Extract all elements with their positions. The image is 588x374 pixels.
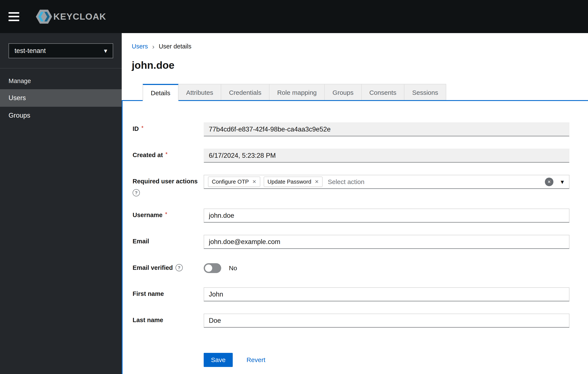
created-at-input[interactable]	[204, 149, 569, 163]
id-row: ID *	[133, 122, 569, 136]
form-actions: Save Revert	[204, 353, 569, 367]
id-input[interactable]	[204, 122, 569, 136]
chip-label: Configure OTP	[212, 178, 249, 185]
email-verified-label: Email verified	[133, 264, 173, 271]
brand-text: KEYCLOAK	[53, 11, 106, 22]
sidebar: test-tenant ▾ Manage Users Groups	[0, 33, 122, 374]
username-label: Username	[133, 212, 162, 218]
tab-credentials[interactable]: Credentials	[221, 84, 269, 101]
last-name-label: Last name	[133, 317, 163, 324]
created-at-label: Created at	[133, 152, 163, 159]
hamburger-bar	[9, 12, 19, 14]
app-body: test-tenant ▾ Manage Users Groups Users …	[0, 33, 588, 374]
details-panel: ID * Created at *	[122, 101, 588, 374]
page-title: john.doe	[132, 59, 569, 71]
tab-attributes[interactable]: Attributes	[178, 84, 221, 101]
username-input[interactable]	[204, 208, 569, 223]
chip-update-password: Update Password ✕	[264, 177, 323, 187]
tab-role-mapping[interactable]: Role mapping	[269, 84, 325, 101]
hamburger-bar	[9, 16, 19, 17]
help-icon[interactable]: ?	[176, 264, 183, 271]
sidebar-item-users[interactable]: Users	[0, 89, 122, 107]
tab-sessions[interactable]: Sessions	[404, 84, 446, 101]
user-detail-tabs: Details Attributes Credentials Role mapp…	[122, 84, 588, 101]
page-header-area: Users › User details john.doe	[122, 33, 588, 71]
email-label: Email	[133, 238, 149, 245]
top-header: KEYCLOAK	[0, 0, 588, 33]
created-at-row: Created at *	[133, 149, 569, 163]
keycloak-logo-icon	[36, 10, 52, 24]
email-verified-toggle[interactable]	[204, 263, 221, 273]
chip-remove-icon[interactable]: ✕	[315, 179, 319, 184]
tab-details[interactable]: Details	[143, 84, 178, 101]
help-icon[interactable]: ?	[133, 189, 140, 196]
id-label: ID	[133, 125, 139, 132]
last-name-row: Last name	[133, 314, 569, 328]
clear-selection-icon[interactable]: ✕	[545, 178, 553, 186]
nav-section-manage: Manage	[0, 69, 122, 89]
breadcrumb: Users › User details	[132, 43, 569, 50]
breadcrumb-separator-icon: ›	[152, 43, 155, 50]
email-input[interactable]	[204, 235, 569, 249]
first-name-row: First name	[133, 287, 569, 301]
chevron-down-icon[interactable]: ▾	[561, 179, 564, 185]
realm-name: test-tenant	[14, 47, 46, 55]
keycloak-admin-console: KEYCLOAK test-tenant ▾ Manage Users Grou…	[0, 0, 588, 374]
select-action-input[interactable]	[328, 178, 541, 186]
required-user-actions-multiselect[interactable]: Configure OTP ✕ Update Password ✕ ✕ ▾	[204, 175, 569, 189]
chip-label: Update Password	[268, 178, 311, 185]
required-user-actions-label: Required user actions	[133, 178, 198, 185]
required-asterisk: *	[166, 151, 168, 157]
email-row: Email	[133, 235, 569, 249]
username-row: Username *	[133, 208, 569, 223]
first-name-label: First name	[133, 290, 164, 297]
first-name-input[interactable]	[204, 287, 569, 301]
main-content: Users › User details john.doe Details At…	[122, 33, 588, 374]
sidebar-nav: Manage Users Groups	[0, 69, 122, 124]
email-verified-state: No	[229, 264, 237, 272]
required-asterisk: *	[141, 125, 144, 131]
breadcrumb-current: User details	[159, 43, 191, 50]
sidebar-item-groups[interactable]: Groups	[0, 107, 122, 124]
keycloak-logo: KEYCLOAK	[36, 10, 106, 24]
revert-link[interactable]: Revert	[246, 356, 265, 364]
email-verified-row: Email verified ? No	[133, 261, 569, 275]
tab-groups[interactable]: Groups	[325, 84, 361, 101]
tab-consents[interactable]: Consents	[362, 84, 405, 101]
last-name-input[interactable]	[204, 314, 569, 328]
hamburger-bar	[9, 20, 19, 21]
realm-selector-dropdown[interactable]: test-tenant ▾	[9, 43, 113, 58]
hamburger-menu-button[interactable]	[9, 12, 19, 21]
realm-selector-area: test-tenant ▾	[0, 33, 122, 69]
breadcrumb-users-link[interactable]: Users	[132, 43, 148, 50]
chip-configure-otp: Configure OTP ✕	[208, 177, 260, 187]
save-button[interactable]: Save	[204, 353, 233, 367]
chip-remove-icon[interactable]: ✕	[252, 179, 256, 184]
toggle-knob	[205, 264, 212, 272]
chevron-down-icon: ▾	[104, 48, 107, 54]
required-asterisk: *	[165, 211, 167, 218]
required-user-actions-row: Required user actions ? Configure OTP ✕ …	[133, 175, 569, 196]
